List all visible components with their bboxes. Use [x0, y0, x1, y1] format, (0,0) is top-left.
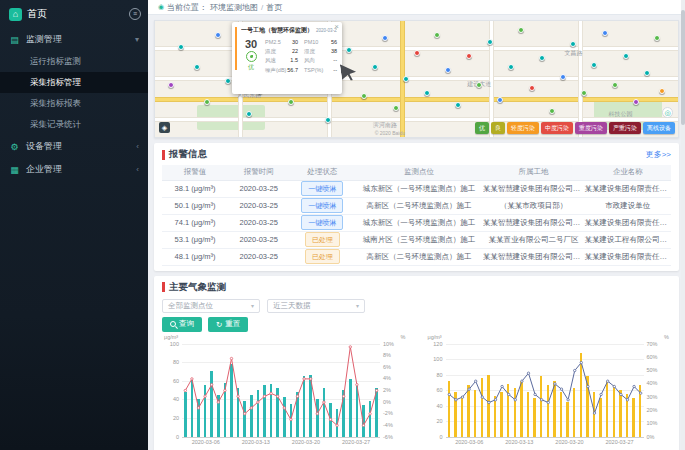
aqi-chip[interactable]: 优	[475, 122, 489, 134]
map-marker[interactable]	[508, 64, 514, 70]
gridline	[446, 437, 644, 438]
company-cell: 某某建设集团有限责任公司一厂区	[584, 214, 671, 231]
spray-button[interactable]: 一键喷淋	[301, 181, 343, 196]
map-marker[interactable]	[602, 30, 608, 36]
map-marker[interactable]	[325, 117, 331, 123]
map-marker[interactable]	[346, 47, 352, 53]
search-button[interactable]: 查询	[162, 317, 202, 332]
monitor-point-select[interactable]: 全部监测点位 ▾	[162, 299, 260, 313]
alarm-value-cell: 38.1 (μg/m³)	[162, 180, 228, 197]
map-marker[interactable]	[612, 82, 618, 88]
close-icon[interactable]: ×	[334, 22, 339, 31]
map-marker[interactable]	[246, 111, 252, 117]
map-marker[interactable]	[529, 85, 535, 91]
more-link[interactable]: 更多>>	[646, 149, 671, 160]
spray-button[interactable]: 一键喷淋	[301, 215, 343, 230]
y-axis-tick: 20	[436, 418, 442, 424]
date-range-select[interactable]: 近三天数据 ▾	[267, 299, 365, 313]
table-row: 53.1 (μg/m³)2020-03-25已处理城南片区（三号环境监测点）施工…	[162, 231, 671, 248]
map-marker[interactable]	[644, 70, 650, 76]
map-marker[interactable]	[623, 53, 629, 59]
sidebar-item-sub[interactable]: 运行指标监测	[0, 51, 148, 72]
map-marker[interactable]	[487, 39, 493, 45]
map-marker[interactable]	[204, 99, 210, 105]
spray-button[interactable]: 一键喷淋	[301, 198, 343, 213]
y-axis-tick: 80	[436, 372, 442, 378]
map-marker[interactable]	[570, 41, 576, 47]
aqi-chip[interactable]: 严重污染	[609, 122, 641, 134]
aqi-chip[interactable]: 离线设备	[643, 122, 675, 134]
aqi-chip[interactable]: 重度污染	[575, 122, 607, 134]
reset-icon: ↻	[216, 320, 222, 329]
breadcrumb-map-link[interactable]: 环境监测地图	[210, 2, 258, 13]
map-marker[interactable]	[654, 35, 660, 41]
map[interactable]: 中山北路建设大道人民东路文昌路滨河南路科技公园 × 一号工地（智慧环保监测） 2…	[154, 20, 679, 138]
map-marker[interactable]	[414, 50, 420, 56]
map-marker[interactable]	[445, 67, 451, 73]
table-header-cell: 监测点位	[355, 165, 482, 180]
alarm-date-cell: 2020-03-25	[228, 214, 289, 231]
aqi-chip[interactable]: 良	[491, 122, 505, 134]
sidebar-group-monitor[interactable]: ▤监测管理▾	[0, 28, 148, 51]
aqi-value: 30	[241, 38, 261, 50]
noise-bar-chart: μg/m³%12010080604020070%60%50%40%30%20%1…	[426, 334, 672, 450]
page-scrollbar[interactable]	[681, 0, 685, 450]
search-icon	[170, 321, 176, 327]
map-marker[interactable]	[455, 102, 461, 108]
sidebar-group-device[interactable]: ⚙设备管理‹	[0, 135, 148, 158]
map-marker[interactable]	[382, 35, 388, 41]
map-marker[interactable]	[633, 99, 639, 105]
monitor-point-cell: 城南片区（三号环境监测点）施工	[355, 231, 482, 248]
map-marker[interactable]	[581, 90, 587, 96]
y-axis-tick: 0	[176, 434, 179, 440]
map-marker[interactable]	[225, 78, 231, 84]
table-row: 48.1 (μg/m³)2020-03-25已处理高新区（二号环境监测点）施工某…	[162, 248, 671, 265]
sidebar-item-active[interactable]: 采集指标管理	[0, 72, 148, 93]
table-row: 50.1 (μg/m³)2020-03-25一键喷淋高新区（二号环境监测点）施工…	[162, 197, 671, 214]
map-marker[interactable]	[539, 55, 545, 61]
map-marker[interactable]	[178, 44, 184, 50]
map-marker[interactable]	[434, 32, 440, 38]
site-cell: 某某智慧建设集团有限公司一号厂区	[483, 180, 585, 197]
sidebar-item-sub[interactable]: 采集指标报表	[0, 93, 148, 114]
map-marker[interactable]	[361, 93, 367, 99]
sidebar-item-sub[interactable]: 采集记录统计	[0, 114, 148, 135]
sidebar-home-label: 首页	[27, 7, 47, 21]
y-axis-tick-right: 40%	[647, 380, 658, 386]
map-marker[interactable]	[424, 90, 430, 96]
map-marker[interactable]	[288, 99, 294, 105]
breadcrumb-home-link[interactable]: 首页	[266, 2, 282, 13]
map-marker[interactable]	[194, 64, 200, 70]
map-marker[interactable]	[403, 76, 409, 82]
map-popup: × 一号工地（智慧环保监测） 2020-03-25 09:14 30 优 PM2…	[232, 22, 342, 94]
map-marker[interactable]	[393, 105, 399, 111]
pm25-bar-chart: μg/m³%10080604020010%8%6%4%2%0%-2%-4%-6%…	[162, 334, 408, 450]
map-marker[interactable]	[560, 74, 566, 80]
streetview-icon[interactable]: ◈	[159, 122, 170, 133]
y-axis-tick: 60	[173, 378, 179, 384]
aqi-chip[interactable]: 中度污染	[541, 122, 573, 134]
menu-toggle-icon[interactable]: ≡	[129, 8, 141, 20]
x-axis-tick: 2020-03-13	[242, 439, 270, 445]
chevron-icon: ‹	[136, 165, 139, 174]
y-axis-tick-right: -4%	[383, 422, 393, 428]
map-marker[interactable]	[549, 108, 555, 114]
scrollbar-thumb[interactable]	[681, 10, 685, 125]
map-marker[interactable]	[476, 82, 482, 88]
x-axis-tick: 2020-03-27	[342, 439, 370, 445]
reset-button[interactable]: ↻ 重置	[208, 317, 248, 332]
map-marker[interactable]	[466, 53, 472, 59]
aqi-chip[interactable]: 轻度污染	[507, 122, 539, 134]
map-marker[interactable]	[215, 32, 221, 38]
map-marker[interactable]	[497, 97, 503, 103]
sidebar-group-company[interactable]: ▦企业管理‹	[0, 158, 148, 181]
site-cell: （某某市政项目部）	[483, 197, 585, 214]
sidebar-item-home[interactable]: ⌂ 首页 ≡	[0, 0, 148, 28]
refresh-map-button[interactable]: ◎	[662, 107, 673, 118]
map-marker[interactable]	[372, 64, 378, 70]
map-marker[interactable]	[518, 27, 524, 33]
y-axis-tick-right: 60%	[647, 354, 658, 360]
map-marker[interactable]	[659, 88, 665, 94]
map-marker[interactable]	[168, 82, 174, 88]
map-marker[interactable]	[591, 62, 597, 68]
